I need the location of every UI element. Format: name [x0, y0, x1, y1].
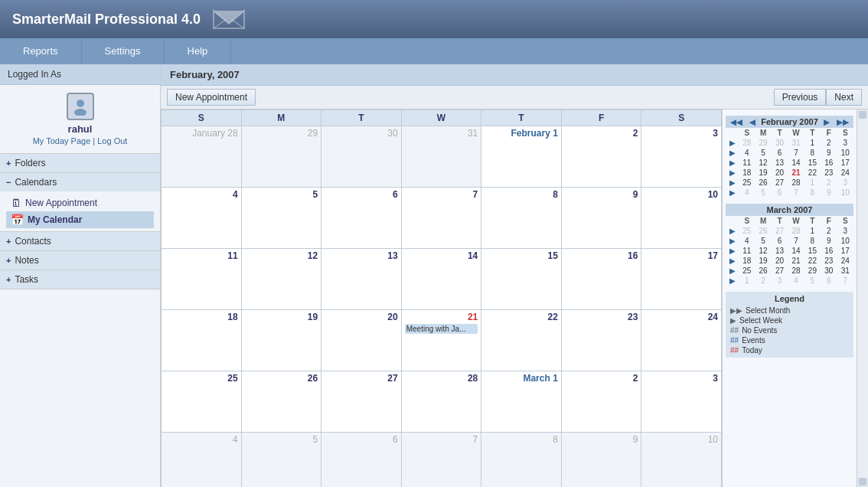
mini-feb-d38[interactable]: 7 [788, 188, 804, 198]
cal-day-mar5[interactable]: 5 [241, 433, 321, 488]
mini-cal-prev[interactable]: ◀ [748, 118, 757, 126]
mini-mar-d19[interactable]: 16 [821, 246, 837, 256]
calendars-header[interactable]: − Calendars [0, 173, 160, 191]
mini-mar-d4[interactable]: 1 [804, 226, 821, 236]
nav-reports[interactable]: Reports [0, 38, 82, 64]
cal-day-mar8[interactable]: 8 [481, 433, 562, 488]
cal-day-feb24[interactable]: 24 [641, 310, 722, 371]
mini-feb-weeknav-2[interactable]: ▶ [726, 158, 739, 168]
cal-day-feb19[interactable]: 19 [241, 310, 321, 371]
mini-feb-d17[interactable]: 14 [788, 158, 804, 168]
mini-feb-d30[interactable]: 27 [772, 178, 788, 188]
cal-day-feb13[interactable]: 13 [321, 249, 402, 310]
cal-day-feb3[interactable]: 3 [641, 126, 722, 188]
mini-feb-d35[interactable]: 4 [739, 188, 755, 198]
mini-feb-d37[interactable]: 6 [772, 188, 788, 198]
nav-help[interactable]: Help [165, 38, 232, 64]
mini-mar-d35[interactable]: 1 [739, 276, 755, 286]
mini-feb-d8[interactable]: 5 [755, 148, 771, 158]
mini-feb-d14[interactable]: 11 [739, 158, 755, 168]
cal-day-jan29[interactable]: 29 [241, 126, 321, 188]
mini-feb-d24-today[interactable]: 21 [788, 168, 804, 178]
mini-feb-d9[interactable]: 6 [772, 148, 788, 158]
mini-mar-d38[interactable]: 4 [788, 276, 804, 286]
cal-day-mar6[interactable]: 6 [321, 433, 402, 488]
mini-feb-d4[interactable]: 1 [804, 138, 821, 148]
mini-feb-d40[interactable]: 9 [821, 188, 837, 198]
mini-mar-weeknav-0[interactable]: ▶ [726, 226, 739, 236]
cal-day-jan28[interactable]: January 28 [162, 126, 242, 188]
mini-mar-d9[interactable]: 6 [772, 236, 788, 246]
mini-mar-d6[interactable]: 3 [837, 226, 853, 236]
mini-mar-d39[interactable]: 5 [804, 276, 821, 286]
mini-mar-weeknav-2[interactable]: ▶ [726, 246, 739, 256]
mini-feb-d25[interactable]: 22 [804, 168, 821, 178]
mini-feb-d21[interactable]: 18 [739, 168, 755, 178]
mini-feb-d18[interactable]: 15 [804, 158, 821, 168]
mini-feb-weeknav-3[interactable]: ▶ [726, 168, 739, 178]
mini-mar-d15[interactable]: 12 [755, 246, 771, 256]
folders-header[interactable]: + Folders [0, 154, 160, 172]
mini-feb-d0[interactable]: 28 [739, 138, 755, 148]
cal-day-feb22[interactable]: 22 [481, 310, 562, 371]
mini-mar-d24[interactable]: 21 [788, 256, 804, 266]
mini-feb-weeknav-0[interactable]: ▶ [726, 138, 739, 148]
cal-day-feb25[interactable]: 25 [162, 371, 242, 433]
mini-feb-d12[interactable]: 9 [821, 148, 837, 158]
sidebar-new-appointment[interactable]: 🗓 New Appointment [6, 194, 154, 211]
mini-feb-d27[interactable]: 24 [837, 168, 853, 178]
mini-mar-d31[interactable]: 28 [788, 266, 804, 276]
mini-cal-prev-prev[interactable]: ◀◀ [729, 118, 744, 126]
mini-mar-weeknav-4[interactable]: ▶ [726, 266, 739, 276]
cal-day-feb28[interactable]: 28 [401, 371, 481, 433]
mini-feb-d29[interactable]: 26 [755, 178, 771, 188]
mini-feb-d2[interactable]: 30 [772, 138, 788, 148]
cal-day-feb17[interactable]: 17 [641, 249, 722, 310]
mini-feb-d36[interactable]: 5 [755, 188, 771, 198]
mini-feb-d39[interactable]: 8 [804, 188, 821, 198]
mini-mar-d1[interactable]: 26 [755, 226, 771, 236]
event-meeting[interactable]: Meeting with Ja... [405, 324, 478, 334]
cal-day-mar9[interactable]: 9 [561, 433, 641, 488]
mini-mar-d20[interactable]: 17 [837, 246, 853, 256]
next-button[interactable]: Next [826, 89, 862, 106]
cal-day-mar3[interactable]: 3 [641, 371, 722, 433]
mini-mar-d3[interactable]: 28 [788, 226, 804, 236]
cal-day-feb11[interactable]: 11 [162, 249, 242, 310]
mini-mar-d7[interactable]: 4 [739, 236, 755, 246]
mini-feb-d19[interactable]: 16 [821, 158, 837, 168]
mini-mar-d14[interactable]: 11 [739, 246, 755, 256]
mini-feb-d10[interactable]: 7 [788, 148, 804, 158]
mini-feb-weeknav-1[interactable]: ▶ [726, 148, 739, 158]
cal-day-feb9[interactable]: 9 [561, 188, 641, 249]
nav-settings[interactable]: Settings [82, 38, 165, 64]
mini-mar-d30[interactable]: 27 [772, 266, 788, 276]
cal-day-feb6[interactable]: 6 [321, 188, 402, 249]
mini-feb-d15[interactable]: 12 [755, 158, 771, 168]
mini-mar-d18[interactable]: 15 [804, 246, 821, 256]
mini-mar-d2[interactable]: 27 [772, 226, 788, 236]
mini-feb-d1[interactable]: 29 [755, 138, 771, 148]
cal-day-feb2[interactable]: 2 [561, 126, 641, 188]
mini-feb-d3[interactable]: 31 [788, 138, 804, 148]
cal-day-feb15[interactable]: 15 [481, 249, 562, 310]
cal-day-mar10[interactable]: 10 [641, 433, 722, 488]
previous-button[interactable]: Previous [774, 89, 827, 106]
mini-feb-d7[interactable]: 4 [739, 148, 755, 158]
mini-mar-d0[interactable]: 25 [739, 226, 755, 236]
mini-mar-d34[interactable]: 31 [837, 266, 853, 276]
mini-mar-d13[interactable]: 10 [837, 236, 853, 246]
mini-cal-next-next[interactable]: ▶▶ [835, 118, 850, 126]
mini-mar-d10[interactable]: 7 [788, 236, 804, 246]
mini-feb-d32[interactable]: 1 [804, 178, 821, 188]
mini-mar-d28[interactable]: 25 [739, 266, 755, 276]
mini-mar-d26[interactable]: 23 [821, 256, 837, 266]
mini-mar-d17[interactable]: 14 [788, 246, 804, 256]
notes-header[interactable]: + Notes [0, 251, 160, 270]
mini-mar-d11[interactable]: 8 [804, 236, 821, 246]
mini-feb-d23[interactable]: 20 [772, 168, 788, 178]
cal-day-feb1[interactable]: February 1 [481, 126, 562, 188]
mini-mar-d21[interactable]: 18 [739, 256, 755, 266]
mini-feb-d6[interactable]: 3 [837, 138, 853, 148]
mini-feb-d5[interactable]: 2 [821, 138, 837, 148]
